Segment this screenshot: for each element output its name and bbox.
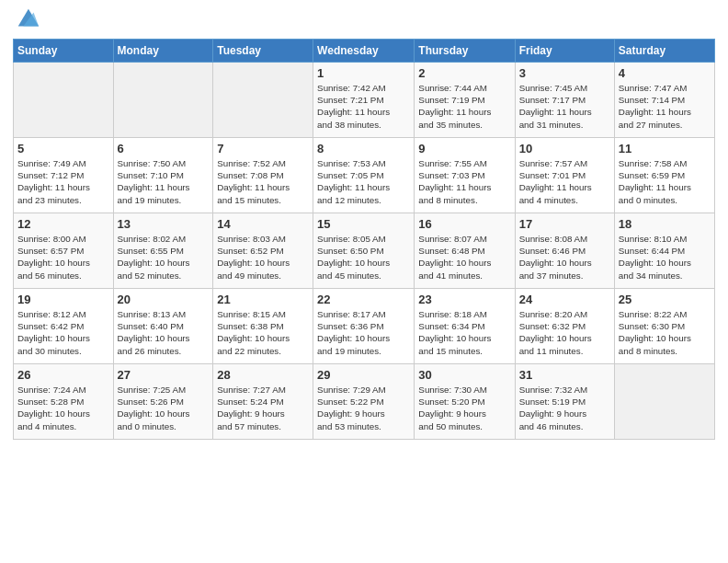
day-info: Sunrise: 7:50 AMSunset: 7:10 PMDaylight:… [118,157,210,206]
logo-icon [15,6,40,31]
day-info: Sunrise: 8:15 AMSunset: 6:38 PMDaylight:… [217,308,309,357]
header-day-thursday: Thursday [415,40,515,63]
day-cell: 13Sunrise: 8:02 AMSunset: 6:55 PMDayligh… [113,213,213,289]
day-cell: 18Sunrise: 8:10 AMSunset: 6:44 PMDayligh… [614,213,714,289]
week-row-4: 19Sunrise: 8:12 AMSunset: 6:42 PMDayligh… [14,289,715,364]
day-cell: 27Sunrise: 7:25 AMSunset: 5:26 PMDayligh… [113,364,213,440]
day-number: 4 [619,66,711,80]
day-cell: 21Sunrise: 8:15 AMSunset: 6:38 PMDayligh… [213,289,313,364]
header-day-saturday: Saturday [614,40,714,63]
header-day-sunday: Sunday [14,40,114,63]
day-info: Sunrise: 7:57 AMSunset: 7:01 PMDaylight:… [519,157,610,206]
day-info: Sunrise: 7:24 AMSunset: 5:28 PMDaylight:… [17,384,109,432]
week-row-2: 5Sunrise: 7:49 AMSunset: 7:12 PMDaylight… [14,138,715,213]
day-info: Sunrise: 8:17 AMSunset: 6:36 PMDaylight:… [317,308,410,357]
day-cell: 16Sunrise: 8:07 AMSunset: 6:48 PMDayligh… [415,213,515,289]
day-info: Sunrise: 7:29 AMSunset: 5:22 PMDaylight:… [317,384,410,432]
day-info: Sunrise: 7:55 AMSunset: 7:03 PMDaylight:… [418,157,510,206]
day-cell: 6Sunrise: 7:50 AMSunset: 7:10 PMDaylight… [113,138,213,213]
day-cell: 29Sunrise: 7:29 AMSunset: 5:22 PMDayligh… [313,364,415,440]
day-info: Sunrise: 8:18 AMSunset: 6:34 PMDaylight:… [418,308,510,357]
day-info: Sunrise: 7:52 AMSunset: 7:08 PMDaylight:… [217,157,309,206]
day-number: 13 [118,217,210,231]
day-number: 16 [418,217,510,231]
day-number: 31 [519,368,610,382]
day-number: 19 [17,293,109,306]
day-number: 25 [619,293,711,306]
day-cell: 28Sunrise: 7:27 AMSunset: 5:24 PMDayligh… [213,364,313,440]
day-cell: 12Sunrise: 8:00 AMSunset: 6:57 PMDayligh… [14,213,114,289]
day-info: Sunrise: 8:08 AMSunset: 6:46 PMDaylight:… [519,233,610,282]
day-cell: 14Sunrise: 8:03 AMSunset: 6:52 PMDayligh… [213,213,313,289]
day-number: 8 [317,142,410,155]
day-number: 6 [118,142,210,155]
day-info: Sunrise: 7:58 AMSunset: 6:59 PMDaylight:… [619,157,711,206]
day-number: 2 [418,66,510,80]
header-day-tuesday: Tuesday [213,40,313,63]
day-number: 5 [17,142,109,155]
day-cell: 3Sunrise: 7:45 AMSunset: 7:17 PMDaylight… [515,63,614,138]
day-cell: 20Sunrise: 8:13 AMSunset: 6:40 PMDayligh… [113,289,213,364]
day-cell: 23Sunrise: 8:18 AMSunset: 6:34 PMDayligh… [415,289,515,364]
day-number: 23 [418,293,510,306]
day-info: Sunrise: 7:44 AMSunset: 7:19 PMDaylight:… [418,82,510,131]
day-info: Sunrise: 7:49 AMSunset: 7:12 PMDaylight:… [17,157,109,206]
day-cell: 19Sunrise: 8:12 AMSunset: 6:42 PMDayligh… [14,289,114,364]
day-number: 28 [217,368,309,382]
day-number: 15 [317,217,410,231]
day-cell: 10Sunrise: 7:57 AMSunset: 7:01 PMDayligh… [515,138,614,213]
day-number: 30 [418,368,510,382]
day-number: 18 [619,217,711,231]
day-number: 26 [17,368,109,382]
day-cell [14,63,114,138]
header-day-friday: Friday [515,40,614,63]
week-row-3: 12Sunrise: 8:00 AMSunset: 6:57 PMDayligh… [14,213,715,289]
day-cell [113,63,213,138]
day-info: Sunrise: 7:27 AMSunset: 5:24 PMDaylight:… [217,384,309,432]
day-number: 20 [118,293,210,306]
day-number: 1 [317,66,410,80]
day-number: 7 [217,142,309,155]
day-cell: 9Sunrise: 7:55 AMSunset: 7:03 PMDaylight… [415,138,515,213]
day-cell: 5Sunrise: 7:49 AMSunset: 7:12 PMDaylight… [14,138,114,213]
day-info: Sunrise: 8:13 AMSunset: 6:40 PMDaylight:… [118,308,210,357]
day-number: 10 [519,142,610,155]
day-number: 12 [17,217,109,231]
day-number: 22 [317,293,410,306]
day-info: Sunrise: 7:30 AMSunset: 5:20 PMDaylight:… [418,384,510,432]
day-info: Sunrise: 8:03 AMSunset: 6:52 PMDaylight:… [217,233,309,282]
week-row-1: 1Sunrise: 7:42 AMSunset: 7:21 PMDaylight… [14,63,715,138]
day-info: Sunrise: 7:47 AMSunset: 7:14 PMDaylight:… [619,82,711,131]
day-number: 17 [519,217,610,231]
day-number: 9 [418,142,510,155]
day-info: Sunrise: 8:10 AMSunset: 6:44 PMDaylight:… [619,233,711,282]
day-info: Sunrise: 7:45 AMSunset: 7:17 PMDaylight:… [519,82,610,131]
calendar-table: SundayMondayTuesdayWednesdayThursdayFrid… [13,39,715,440]
day-cell: 4Sunrise: 7:47 AMSunset: 7:14 PMDaylight… [614,63,714,138]
day-number: 24 [519,293,610,306]
day-info: Sunrise: 8:22 AMSunset: 6:30 PMDaylight:… [619,308,711,357]
day-cell: 24Sunrise: 8:20 AMSunset: 6:32 PMDayligh… [515,289,614,364]
header-day-wednesday: Wednesday [313,40,415,63]
header-row: SundayMondayTuesdayWednesdayThursdayFrid… [14,40,715,63]
day-cell: 31Sunrise: 7:32 AMSunset: 5:19 PMDayligh… [515,364,614,440]
calendar-body: 1Sunrise: 7:42 AMSunset: 7:21 PMDaylight… [14,63,715,440]
day-cell: 7Sunrise: 7:52 AMSunset: 7:08 PMDaylight… [213,138,313,213]
day-info: Sunrise: 7:53 AMSunset: 7:05 PMDaylight:… [317,157,410,206]
day-cell: 15Sunrise: 8:05 AMSunset: 6:50 PMDayligh… [313,213,415,289]
day-cell: 17Sunrise: 8:08 AMSunset: 6:46 PMDayligh… [515,213,614,289]
day-number: 27 [118,368,210,382]
calendar-container: SundayMondayTuesdayWednesdayThursdayFrid… [0,0,728,563]
day-number: 3 [519,66,610,80]
day-cell [213,63,313,138]
day-cell: 25Sunrise: 8:22 AMSunset: 6:30 PMDayligh… [614,289,714,364]
day-cell: 26Sunrise: 7:24 AMSunset: 5:28 PMDayligh… [14,364,114,440]
day-cell: 30Sunrise: 7:30 AMSunset: 5:20 PMDayligh… [415,364,515,440]
day-info: Sunrise: 8:00 AMSunset: 6:57 PMDaylight:… [17,233,109,282]
logo [13,9,40,31]
day-cell: 22Sunrise: 8:17 AMSunset: 6:36 PMDayligh… [313,289,415,364]
day-number: 11 [619,142,711,155]
day-number: 21 [217,293,309,306]
header [13,9,715,31]
day-info: Sunrise: 8:20 AMSunset: 6:32 PMDaylight:… [519,308,610,357]
